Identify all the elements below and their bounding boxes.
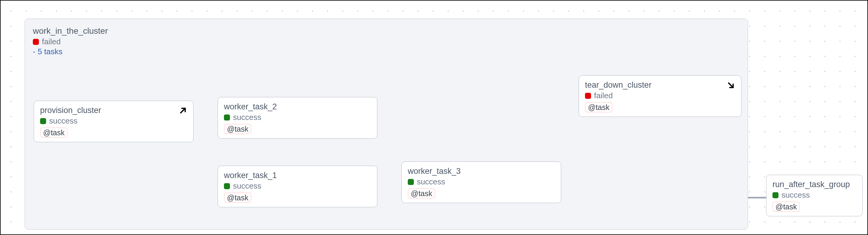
node-worker-task-3[interactable]: worker_task_3 success @task — [401, 162, 561, 203]
node-worker-task-1[interactable]: worker_task_1 success @task — [218, 166, 377, 207]
node-status-text: success — [49, 116, 78, 126]
svg-line-0 — [181, 108, 185, 113]
node-title: worker_task_3 — [408, 167, 555, 176]
node-decorator-tag: @task — [585, 102, 613, 112]
task-group-task-count[interactable]: - 5 tasks — [33, 47, 740, 56]
node-decorator-tag: @task — [40, 128, 67, 138]
status-chip-success — [224, 183, 230, 189]
canvas-frame: work_in_the_cluster failed - 5 tasks pro… — [0, 0, 868, 235]
node-status-line: success — [408, 177, 555, 187]
node-decorator-tag: @task — [408, 188, 435, 199]
status-chip-success — [408, 179, 414, 185]
node-title: worker_task_2 — [224, 102, 371, 111]
svg-line-1 — [729, 83, 733, 88]
node-status-text: success — [417, 177, 445, 187]
status-chip-success — [40, 118, 46, 124]
status-chip-failed — [585, 93, 591, 99]
node-status-text: failed — [594, 91, 613, 100]
node-status-line: success — [40, 116, 187, 126]
node-status-text: success — [233, 181, 261, 191]
node-title: run_after_task_group — [772, 180, 856, 189]
arrow-down-right-icon — [726, 80, 736, 90]
arrow-up-right-icon — [178, 106, 188, 115]
node-decorator-tag: @task — [224, 193, 251, 203]
node-status-text: success — [233, 113, 261, 122]
status-chip-failed — [33, 39, 39, 45]
node-title: tear_down_cluster — [585, 80, 735, 90]
node-provision-cluster[interactable]: provision_cluster success @task — [34, 101, 193, 142]
status-chip-success — [224, 114, 230, 121]
status-chip-success — [772, 192, 778, 198]
node-title: provision_cluster — [40, 106, 187, 115]
node-run-after-task-group[interactable]: run_after_task_group success @task — [766, 175, 863, 216]
task-group-status-text: failed — [42, 37, 61, 46]
node-status-line: failed — [585, 91, 735, 100]
node-status-text: success — [781, 191, 810, 200]
task-group-title: work_in_the_cluster — [33, 26, 740, 36]
node-status-line: success — [772, 191, 856, 200]
node-worker-task-2[interactable]: worker_task_2 success @task — [218, 97, 377, 139]
node-title: worker_task_1 — [224, 171, 371, 180]
node-status-line: success — [224, 181, 371, 191]
node-decorator-tag: @task — [224, 124, 251, 134]
node-status-line: success — [224, 113, 371, 122]
node-tear-down-cluster[interactable]: tear_down_cluster failed @task — [579, 75, 741, 117]
task-group-status-line: failed — [33, 37, 740, 46]
node-decorator-tag: @task — [772, 202, 800, 212]
